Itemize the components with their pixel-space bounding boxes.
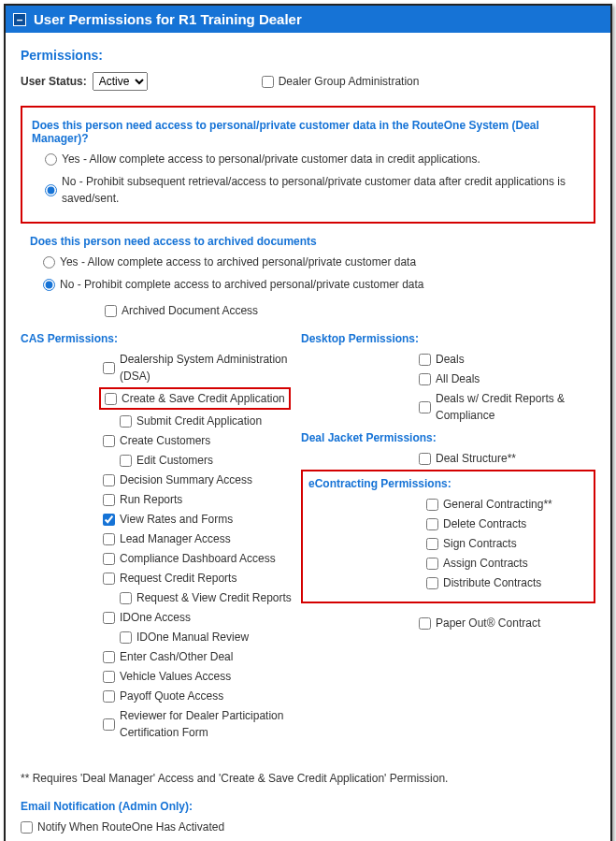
delete-contracts-label: Delete Contracts (443, 515, 526, 532)
enter-cash-deal-checkbox[interactable] (103, 651, 115, 663)
request-credit-reports-checkbox[interactable] (103, 573, 115, 585)
decision-summary-label: Decision Summary Access (120, 471, 252, 488)
view-rates-forms-checkbox[interactable] (103, 514, 115, 526)
sign-contracts-label: Sign Contracts (443, 535, 517, 552)
sign-contracts-checkbox[interactable] (426, 538, 438, 550)
lead-manager-checkbox[interactable] (103, 533, 115, 545)
idone-access-label: IDOne Access (120, 609, 191, 626)
request-view-credit-reports-label: Request & View Credit Reports (136, 589, 292, 606)
q2-title: Does this person need access to archived… (30, 235, 595, 248)
distribute-contracts-label: Distribute Contracts (443, 574, 541, 591)
cas-permissions-title: CAS Permissions: (21, 332, 292, 345)
dsa-checkbox[interactable] (103, 362, 115, 374)
email-notification-title: Email Notification (Admin Only): (21, 800, 595, 813)
notify-routeone-activated-checkbox[interactable] (21, 821, 33, 834)
panel-titlebar: – User Permissions for R1 Training Deale… (6, 6, 610, 33)
delete-contracts-checkbox[interactable] (426, 518, 438, 530)
dealer-group-admin-label: Dealer Group Administration (279, 73, 420, 90)
private-data-access-box: Does this person need access to personal… (21, 106, 595, 224)
decision-summary-checkbox[interactable] (103, 474, 115, 486)
econtracting-box: eContracting Permissions: General Contra… (301, 470, 595, 603)
assign-contracts-label: Assign Contracts (443, 555, 528, 572)
q1-yes-label: Yes - Allow complete access to personal/… (62, 151, 480, 167)
deals-label: Deals (436, 351, 465, 368)
desktop-permissions-title: Desktop Permissions: (301, 332, 595, 345)
paper-out-contract-label: Paper Out® Contract (436, 615, 540, 631)
general-contracting-checkbox[interactable] (426, 499, 438, 511)
edit-customers-checkbox[interactable] (120, 455, 132, 467)
create-save-credit-app-label: Create & Save Credit Application (122, 390, 285, 407)
reviewer-certification-checkbox[interactable] (103, 718, 115, 731)
reviewer-certification-label: Reviewer for Dealer Participation Certif… (120, 707, 292, 741)
user-status-label: User Status: (21, 75, 87, 88)
create-customers-label: Create Customers (120, 432, 210, 449)
q2-yes-label: Yes - Allow complete access to archived … (60, 254, 416, 270)
run-reports-checkbox[interactable] (103, 494, 115, 506)
archived-doc-access-checkbox[interactable] (105, 305, 117, 317)
footnote: ** Requires 'Deal Manager' Access and 'C… (21, 772, 595, 785)
q2-yes-radio[interactable] (43, 256, 55, 268)
vehicle-values-label: Vehicle Values Access (120, 668, 231, 685)
submit-credit-app-label: Submit Credit Application (136, 413, 262, 429)
enter-cash-deal-label: Enter Cash/Other Deal (120, 648, 233, 665)
notify-routeone-activated-label: Notify When RouteOne Has Activated (37, 819, 224, 835)
q2-no-label: No - Prohibit complete access to archive… (60, 276, 424, 293)
vehicle-values-checkbox[interactable] (103, 671, 115, 683)
idone-access-checkbox[interactable] (103, 612, 115, 624)
section-permissions-title: Permissions: (21, 48, 595, 63)
deal-structure-label: Deal Structure** (436, 450, 516, 467)
deals-compliance-checkbox[interactable] (419, 401, 431, 413)
all-deals-checkbox[interactable] (419, 373, 431, 385)
panel-title: User Permissions for R1 Training Dealer (34, 11, 302, 27)
q1-yes-radio[interactable] (45, 153, 57, 166)
q1-no-radio[interactable] (45, 184, 57, 196)
compliance-dashboard-checkbox[interactable] (103, 553, 115, 565)
view-rates-forms-label: View Rates and Forms (120, 511, 233, 528)
create-save-credit-app-checkbox[interactable] (105, 393, 117, 405)
distribute-contracts-checkbox[interactable] (426, 577, 438, 589)
lead-manager-label: Lead Manager Access (120, 530, 231, 547)
user-status-row: User Status: Active Dealer Group Adminis… (21, 70, 595, 93)
deals-checkbox[interactable] (419, 354, 431, 366)
compliance-dashboard-label: Compliance Dashboard Access (120, 550, 276, 567)
all-deals-label: All Deals (436, 370, 480, 387)
request-credit-reports-label: Request Credit Reports (120, 570, 236, 587)
paper-out-contract-checkbox[interactable] (419, 617, 431, 630)
user-status-select[interactable]: Active (93, 72, 148, 91)
econtracting-title: eContracting Permissions: (308, 477, 588, 490)
idone-manual-review-checkbox[interactable] (120, 631, 132, 644)
dealer-group-admin-checkbox[interactable] (262, 76, 274, 88)
idone-manual-review-label: IDOne Manual Review (136, 629, 249, 645)
assign-contracts-checkbox[interactable] (426, 558, 438, 570)
general-contracting-label: General Contracting** (443, 496, 552, 513)
q1-title: Does this person need access to personal… (32, 119, 584, 145)
archived-doc-access-label: Archived Document Access (122, 302, 258, 319)
collapse-icon[interactable]: – (13, 13, 26, 26)
edit-customers-label: Edit Customers (136, 452, 213, 469)
create-customers-checkbox[interactable] (103, 435, 115, 447)
run-reports-label: Run Reports (120, 491, 182, 508)
payoff-quote-checkbox[interactable] (103, 690, 115, 703)
dsa-label: Dealership System Administration (DSA) (120, 351, 292, 384)
submit-credit-app-checkbox[interactable] (120, 415, 132, 428)
archived-access-box: Does this person need access to archived… (21, 235, 595, 319)
request-view-credit-reports-checkbox[interactable] (120, 592, 132, 604)
q2-no-radio[interactable] (43, 279, 55, 291)
deal-jacket-title: Deal Jacket Permissions: (301, 431, 595, 444)
q1-no-label: No - Prohibit subsequent retrieval/acces… (62, 173, 584, 207)
deal-structure-checkbox[interactable] (419, 453, 431, 465)
deals-compliance-label: Deals w/ Credit Reports & Compliance (436, 390, 595, 424)
payoff-quote-label: Payoff Quote Access (120, 688, 223, 704)
permissions-panel: – User Permissions for R1 Training Deale… (4, 4, 612, 841)
